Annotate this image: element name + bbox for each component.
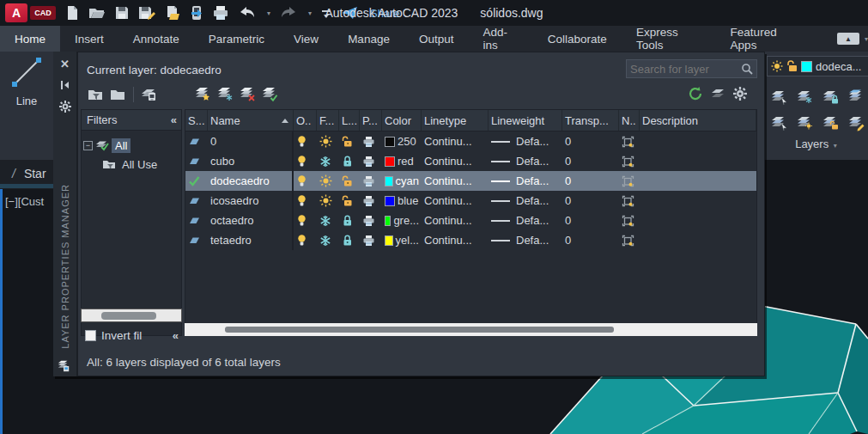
grid-scrollbar[interactable]	[185, 323, 757, 336]
layer-lock-button[interactable]	[818, 84, 844, 110]
open-icon[interactable]	[88, 3, 106, 22]
unlock-icon[interactable]	[339, 175, 360, 187]
column-header-p[interactable]: P...	[360, 110, 382, 131]
on-bulb-icon[interactable]	[294, 135, 317, 148]
on-bulb-icon[interactable]	[294, 155, 317, 168]
new-group-filter-icon[interactable]	[107, 84, 130, 105]
layer-row-0[interactable]: 0250Continu...Defa...0	[185, 131, 756, 151]
layer-row-dodecaedro[interactable]: dodecaedrocyanContinu...Defa...0	[185, 171, 756, 191]
layer-row-tetaedro[interactable]: tetaedroyel...Continu...Defa...0	[185, 230, 756, 250]
tab-collaborate[interactable]: Collaborate	[533, 26, 622, 52]
tree-expander-icon[interactable]: −	[83, 141, 93, 150]
column-header-linetype[interactable]: Linetype	[422, 110, 489, 131]
tab-express-tools[interactable]: Express Tools	[622, 26, 716, 52]
column-header-color[interactable]: Color	[382, 110, 422, 131]
freeze-snowflake-icon[interactable]	[317, 235, 339, 247]
color-cell[interactable]: red	[382, 155, 422, 168]
lineweight-cell[interactable]: Defa...	[489, 174, 562, 187]
viewport-controls-label[interactable]: [−][Cust	[5, 195, 44, 208]
lineweight-cell[interactable]: Defa...	[489, 135, 562, 148]
layer-unlock-button[interactable]	[818, 110, 844, 136]
column-header-o[interactable]: O..	[294, 110, 317, 131]
line-tool-button[interactable]: Line	[4, 53, 49, 127]
column-header-description[interactable]: Description	[640, 110, 756, 131]
save-to-web-icon[interactable]	[164, 3, 181, 22]
layer-name[interactable]: octaedro	[208, 211, 294, 230]
save-icon[interactable]	[114, 3, 130, 22]
linetype-cell[interactable]: Continu...	[422, 214, 489, 227]
on-bulb-icon[interactable]	[294, 194, 317, 207]
tab-annotate[interactable]: Annotate	[118, 26, 194, 52]
new-vp-freeze-icon[interactable]	[619, 235, 640, 247]
filter-all-used-label[interactable]: All Use	[118, 157, 161, 172]
color-cell[interactable]: blue	[382, 194, 422, 207]
plot-printer-icon[interactable]	[360, 156, 382, 168]
autohide-icon[interactable]	[58, 78, 72, 92]
freeze-snowflake-icon[interactable]	[317, 215, 339, 227]
search-for-layer-box[interactable]	[626, 59, 757, 78]
tab-view[interactable]: View	[279, 26, 333, 52]
redo-icon[interactable]	[279, 3, 298, 22]
thaw-sun-icon[interactable]	[317, 194, 339, 207]
on-bulb-icon[interactable]	[294, 234, 317, 247]
new-drawing-icon[interactable]	[64, 3, 80, 22]
tab-featured-apps[interactable]: Featured Apps	[716, 26, 813, 52]
layer-isolate-button[interactable]	[767, 84, 792, 110]
lineweight-cell[interactable]: Defa...	[489, 214, 562, 227]
lineweight-cell[interactable]: Defa...	[489, 155, 562, 168]
open-from-mobile-icon[interactable]	[190, 3, 203, 22]
linetype-cell[interactable]: Continu...	[422, 174, 489, 187]
plot-printer-icon[interactable]	[360, 235, 382, 247]
undo-dropdown-caret[interactable]: ▾	[267, 9, 270, 17]
layer-row-icosaedro[interactable]: icosaedroblueContinu...Defa...0	[185, 191, 756, 211]
layers-panel-title[interactable]: Layers ▾	[764, 138, 868, 150]
tab-output[interactable]: Output	[404, 26, 469, 52]
close-icon[interactable]: ✕	[58, 57, 72, 70]
settings-gear-icon[interactable]	[729, 83, 751, 104]
search-input[interactable]	[630, 63, 741, 76]
layer-dropdown[interactable]: dodeca...	[767, 56, 868, 76]
lineweight-cell[interactable]: Defa...	[489, 234, 562, 247]
qat-customize-icon[interactable]	[320, 3, 332, 22]
plot-printer-icon[interactable]	[360, 136, 382, 148]
on-bulb-icon[interactable]	[294, 174, 317, 187]
color-cell[interactable]: yel...	[382, 234, 422, 247]
tab-home[interactable]: Home	[0, 26, 60, 52]
column-header-s[interactable]: S...	[185, 110, 208, 131]
lock-icon[interactable]	[339, 235, 360, 247]
file-tab-start[interactable]: /Star	[12, 167, 46, 180]
delete-layer-icon[interactable]	[237, 84, 259, 105]
column-header-lineweight[interactable]: Lineweight	[489, 110, 562, 131]
column-header-transp[interactable]: Transp...	[562, 110, 619, 131]
filters-collapse-icon[interactable]: «	[171, 113, 176, 126]
ribbon-collapse-icon[interactable]: ▲	[837, 33, 859, 45]
layer-freeze-button[interactable]	[792, 84, 818, 110]
column-header-n[interactable]: N..	[619, 110, 640, 131]
thaw-sun-icon[interactable]	[317, 174, 339, 187]
apply-layer-icon[interactable]	[707, 83, 729, 104]
layer-name[interactable]: dodecaedro	[208, 171, 294, 191]
ribbon-collapse-caret[interactable]: ▾	[865, 35, 868, 43]
color-cell[interactable]: gre...	[382, 214, 422, 227]
linetype-cell[interactable]: Continu...	[422, 155, 489, 168]
transparency-cell[interactable]: 0	[562, 214, 619, 227]
plot-printer-icon[interactable]	[360, 175, 382, 187]
invert-collapse-icon[interactable]: «	[173, 329, 178, 342]
on-bulb-icon[interactable]	[294, 214, 317, 227]
layer-edit-button[interactable]	[844, 110, 868, 136]
transparency-cell[interactable]: 0	[562, 234, 619, 247]
palette-settings-gear-icon[interactable]	[58, 100, 72, 113]
plot-printer-icon[interactable]	[360, 215, 382, 227]
new-layer-icon[interactable]	[192, 84, 215, 105]
tab-add-ins[interactable]: Add-ins	[468, 26, 532, 52]
linetype-cell[interactable]: Continu...	[422, 234, 489, 247]
undo-icon[interactable]	[238, 3, 257, 22]
thaw-sun-icon[interactable]	[317, 135, 339, 148]
redo-dropdown-caret[interactable]: ▾	[308, 9, 312, 17]
column-header-name[interactable]: Name	[208, 110, 294, 131]
new-vp-freeze-icon[interactable]	[619, 175, 640, 187]
filters-scrollbar[interactable]	[81, 309, 182, 322]
linetype-cell[interactable]: Continu...	[422, 194, 489, 207]
layer-row-octaedro[interactable]: octaedrogre...Continu...Defa...0	[185, 211, 756, 230]
tab-manage[interactable]: Manage	[333, 26, 404, 52]
